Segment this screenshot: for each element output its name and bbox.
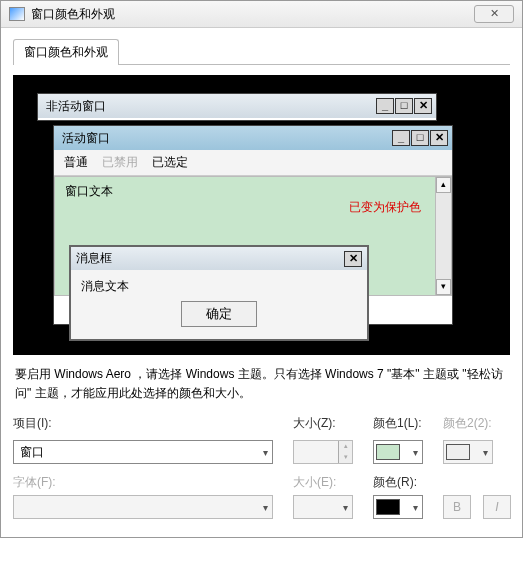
close-icon[interactable]: ✕ bbox=[474, 5, 514, 23]
active-title-text: 活动窗口 bbox=[58, 130, 391, 147]
menubar: 普通 已禁用 已选定 bbox=[54, 150, 452, 176]
maximize-icon[interactable]: □ bbox=[395, 98, 413, 114]
inactive-window: 非活动窗口 _ □ ✕ bbox=[37, 93, 437, 121]
inactive-titlebar: 非活动窗口 _ □ ✕ bbox=[38, 94, 436, 118]
size-z-label: 大小(Z): bbox=[293, 415, 363, 432]
font-combo bbox=[13, 495, 273, 519]
spin-up-icon[interactable]: ▴ bbox=[339, 441, 352, 452]
menu-normal[interactable]: 普通 bbox=[64, 154, 88, 171]
close-icon[interactable]: ✕ bbox=[414, 98, 432, 114]
ok-button[interactable]: 确定 bbox=[181, 301, 257, 327]
message-box: 消息框 ✕ 消息文本 确定 bbox=[69, 245, 369, 341]
color-r-button[interactable] bbox=[373, 495, 423, 519]
scroll-down-icon[interactable]: ▾ bbox=[436, 279, 451, 295]
color1-label: 颜色1(L): bbox=[373, 415, 433, 432]
size-z-input[interactable]: ▴▾ bbox=[293, 440, 353, 464]
italic-button: I bbox=[483, 495, 511, 519]
scroll-up-icon[interactable]: ▴ bbox=[436, 177, 451, 193]
size-e-label: 大小(E): bbox=[293, 474, 363, 491]
msgbox-titlebar: 消息框 ✕ bbox=[71, 247, 367, 270]
protect-text: 已变为保护色 bbox=[349, 199, 421, 216]
color-r-label: 颜色(R): bbox=[373, 474, 433, 491]
font-label: 字体(F): bbox=[13, 474, 283, 491]
tab-appearance[interactable]: 窗口颜色和外观 bbox=[13, 39, 119, 65]
color-r-swatch bbox=[376, 499, 400, 515]
color1-swatch bbox=[376, 444, 400, 460]
preview-pane: 非活动窗口 _ □ ✕ 活动窗口 _ □ ✕ 普通 已禁用 已选定 bbox=[13, 75, 510, 355]
color2-button bbox=[443, 440, 493, 464]
menu-disabled: 已禁用 bbox=[102, 154, 138, 171]
description-text: 要启用 Windows Aero ，请选择 Windows 主题。只有选择 Wi… bbox=[15, 365, 508, 403]
menu-selected[interactable]: 已选定 bbox=[152, 154, 188, 171]
msgbox-title-text: 消息框 bbox=[76, 250, 343, 267]
body-text: 窗口文本 bbox=[65, 184, 113, 198]
window-title: 窗口颜色和外观 bbox=[31, 6, 474, 23]
minimize-icon[interactable]: _ bbox=[376, 98, 394, 114]
color2-swatch bbox=[446, 444, 470, 460]
scrollbar[interactable]: ▴ ▾ bbox=[435, 177, 451, 295]
close-icon[interactable]: ✕ bbox=[344, 251, 362, 267]
item-combo[interactable]: 窗口 bbox=[13, 440, 273, 464]
item-label: 项目(I): bbox=[13, 415, 283, 432]
content-area: 窗口颜色和外观 非活动窗口 _ □ ✕ 活动窗口 _ □ ✕ 普 bbox=[1, 28, 522, 537]
inactive-title-text: 非活动窗口 bbox=[42, 98, 375, 115]
spin-down-icon[interactable]: ▾ bbox=[339, 452, 352, 463]
app-icon bbox=[9, 7, 25, 21]
titlebar: 窗口颜色和外观 ✕ bbox=[1, 1, 522, 28]
bold-button: B bbox=[443, 495, 471, 519]
size-e-combo bbox=[293, 495, 353, 519]
close-icon[interactable]: ✕ bbox=[430, 130, 448, 146]
msgbox-body: 消息文本 确定 bbox=[71, 270, 367, 339]
item-value: 窗口 bbox=[20, 444, 44, 461]
active-titlebar: 活动窗口 _ □ ✕ bbox=[54, 126, 452, 150]
tab-strip: 窗口颜色和外观 bbox=[13, 38, 510, 65]
color1-button[interactable] bbox=[373, 440, 423, 464]
msgbox-text: 消息文本 bbox=[81, 278, 357, 295]
dialog-window: 窗口颜色和外观 ✕ 窗口颜色和外观 非活动窗口 _ □ ✕ 活动窗口 _ □ bbox=[0, 0, 523, 538]
color2-label: 颜色2(2): bbox=[443, 415, 503, 432]
maximize-icon[interactable]: □ bbox=[411, 130, 429, 146]
minimize-icon[interactable]: _ bbox=[392, 130, 410, 146]
